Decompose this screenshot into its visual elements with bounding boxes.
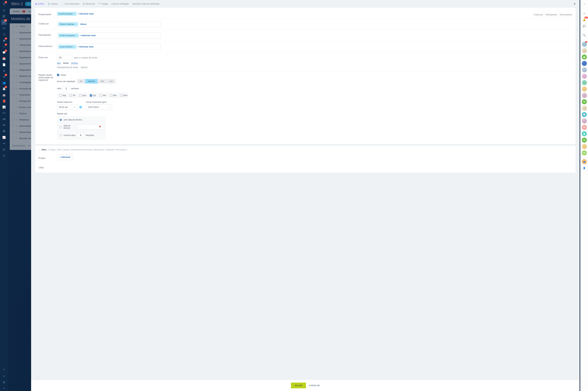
day-qua[interactable] xyxy=(79,95,82,97)
seg-ano[interactable]: ano xyxy=(107,79,116,84)
day-sab[interactable] xyxy=(110,95,112,97)
radio-sem-data[interactable] xyxy=(60,119,62,121)
bank-icon[interactable]: 🏛 xyxy=(1,128,7,134)
avatar[interactable] xyxy=(582,48,587,53)
cc-label[interactable]: CC xyxy=(1,26,7,31)
help-icon[interactable]: ? xyxy=(582,2,587,7)
bot-icon[interactable]: 🤖 xyxy=(1,92,7,98)
arquivo-button[interactable]: 📎 Arquivo xyxy=(48,3,58,5)
timezone-icon[interactable]: 🌐 xyxy=(79,105,83,109)
cycle-icon[interactable]: ♺ xyxy=(1,32,7,37)
avatar-p2[interactable]: P2 xyxy=(582,150,587,155)
messages-icon[interactable]: 💬 xyxy=(582,23,587,29)
avatar[interactable] xyxy=(582,87,587,92)
day-seg[interactable] xyxy=(59,95,62,97)
salvar-button[interactable]: SALVAR xyxy=(291,383,306,388)
sign-icon[interactable]: ✒ xyxy=(1,141,7,146)
people-icon[interactable]: 👥 xyxy=(1,80,7,86)
avatar[interactable]: ▦ xyxy=(582,55,587,60)
day-sex[interactable] xyxy=(99,95,102,97)
observador-chip[interactable]: Lucas Esteves× xyxy=(58,45,76,49)
activity-icon[interactable]: ◎ xyxy=(582,11,587,16)
crm-icon[interactable]: ▣4 xyxy=(1,38,7,43)
checklist-button[interactable]: Lista de verificação xyxy=(111,3,129,5)
group-icon[interactable]: 👥 xyxy=(582,159,587,164)
remove-chip-icon[interactable]: × xyxy=(74,45,75,48)
prazo-input[interactable] xyxy=(57,55,72,60)
criado-por-input[interactable]: Roberto Mathias× Alterar xyxy=(57,21,161,27)
link-participantes[interactable]: Participantes xyxy=(545,13,557,16)
mencionar-button[interactable]: @ Mencionar xyxy=(83,3,95,5)
mail-icon[interactable]: ✉2 xyxy=(1,74,7,79)
radio-concluir-apos[interactable] xyxy=(60,134,62,136)
adicionar-projeto-button[interactable]: + Adicionar xyxy=(57,154,73,160)
todo-input[interactable] xyxy=(63,86,70,91)
data-termino-input[interactable]: 📅 xyxy=(77,124,103,129)
opcoes-link[interactable]: Opções xyxy=(81,66,88,69)
unit-dias[interactable]: dias xyxy=(57,62,61,64)
sitemap-icon[interactable]: ⚇ xyxy=(1,374,7,379)
avatar[interactable] xyxy=(582,93,587,98)
chevron-down-icon[interactable]: ⌄ xyxy=(39,148,40,151)
avatar[interactable] xyxy=(582,106,587,111)
radio-data-termino[interactable] xyxy=(60,126,62,128)
iteracoes-input[interactable] xyxy=(77,133,84,138)
link-observadores[interactable]: Observadores xyxy=(560,13,572,16)
stats-icon[interactable]: 📊 xyxy=(1,104,7,110)
participantes-input[interactable]: Cíntia Gonçalves× + Adicionar mais xyxy=(57,32,161,39)
contact-icon[interactable]: 📇1 xyxy=(1,86,7,92)
ativar-checkbox[interactable] xyxy=(57,74,59,76)
day-qui[interactable] xyxy=(90,95,92,97)
remove-chip-icon[interactable]: × xyxy=(75,23,77,26)
responsavel-chip[interactable]: Carolina Borges× xyxy=(57,12,77,16)
avatar-vb[interactable]: VB xyxy=(582,138,587,143)
add-icon[interactable]: + xyxy=(1,386,7,391)
citacao-button[interactable]: ❝❞ Citação xyxy=(98,3,108,5)
clear-icon[interactable]: ⊘ xyxy=(74,106,75,108)
mais-label[interactable]: Mais xyxy=(42,148,47,151)
add-checklist-button[interactable]: Adicionar à lista de verificação xyxy=(132,3,160,5)
code-icon[interactable]: </> xyxy=(1,110,7,116)
recorrente-input[interactable]: 15/07/2024× xyxy=(86,104,112,110)
criado-por-chip[interactable]: Roberto Mathias× xyxy=(58,22,78,26)
help-icon[interactable]: ? xyxy=(1,368,7,373)
cancelar-button[interactable]: CANCELAR xyxy=(309,385,320,387)
avatar[interactable] xyxy=(582,67,587,72)
seg-mes[interactable]: mês xyxy=(97,79,107,84)
chart-icon[interactable]: 📈 xyxy=(1,135,7,140)
add-more-responsavel[interactable]: + Adicionar mais xyxy=(78,13,94,15)
seg-semana[interactable]: semana xyxy=(85,79,97,84)
criada-em-input[interactable]: 09:00 am⊘ xyxy=(57,104,77,110)
criar-documento-button[interactable]: 📄 Criar documento xyxy=(61,3,79,5)
settings-icon[interactable]: ⚙ xyxy=(1,380,7,385)
avatar[interactable] xyxy=(582,61,587,66)
add-more-participantes[interactable]: + Adicionar mais xyxy=(80,34,96,37)
copilot-button[interactable]: ◉ CoPilot xyxy=(35,3,44,5)
avatar[interactable] xyxy=(582,74,587,79)
clear-icon[interactable]: × xyxy=(109,106,110,108)
card-icon[interactable]: ▭1 xyxy=(1,44,7,49)
cart-icon[interactable]: 🛒 xyxy=(1,13,7,19)
avatar[interactable] xyxy=(582,80,587,85)
avatar[interactable] xyxy=(582,118,587,123)
clock-icon[interactable]: ◷ xyxy=(1,153,7,158)
chat-icon[interactable]: 💬1 xyxy=(1,50,7,55)
participante-chip[interactable]: Cíntia Gonçalves× xyxy=(58,33,79,37)
seg-dia[interactable]: dia xyxy=(77,79,85,84)
search-icon[interactable]: 🔍 xyxy=(582,33,587,38)
menu-icon[interactable]: ☰8 xyxy=(1,1,7,7)
unit-horas[interactable]: horas xyxy=(63,62,69,64)
print-icon[interactable]: 🖨 xyxy=(1,68,7,73)
day-ter[interactable] xyxy=(70,95,72,97)
calendar-icon[interactable]: 📅 xyxy=(1,56,7,61)
avatar[interactable]: ▦ xyxy=(582,131,587,136)
am-label[interactable]: AM xyxy=(1,116,7,122)
observadores-input[interactable]: Lucas Esteves× + Adicionar mais xyxy=(57,44,161,50)
tasks-icon[interactable]: ✓43 xyxy=(1,19,7,25)
remove-chip-icon[interactable]: × xyxy=(76,34,77,37)
brush-icon[interactable]: 🖌 xyxy=(1,147,7,152)
planejamento-link[interactable]: Planejamento de tempo xyxy=(57,66,78,69)
unit-minutos[interactable]: minutos xyxy=(71,62,78,64)
add-more-observadores[interactable]: + Adicionar mais xyxy=(77,46,93,48)
target-icon[interactable]: ◎ xyxy=(1,7,7,13)
